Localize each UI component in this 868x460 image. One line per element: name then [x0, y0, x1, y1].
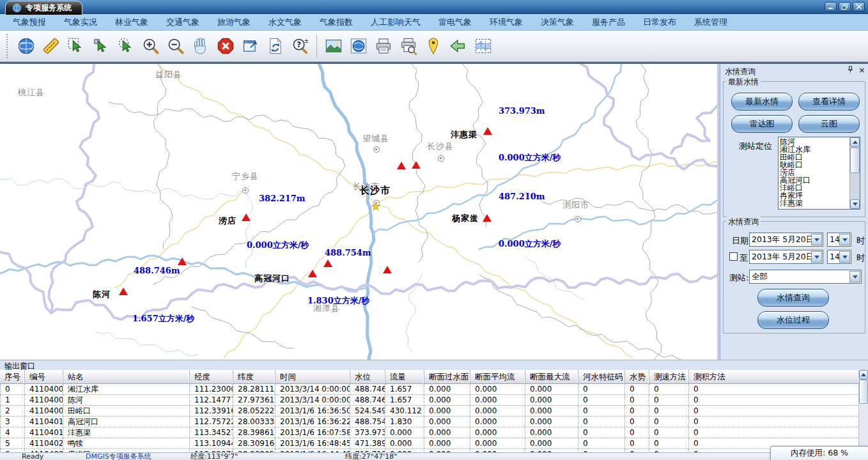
header-cell[interactable]: 测速方法 — [649, 370, 689, 383]
station-marker-icon[interactable] — [323, 259, 332, 267]
image-export-button[interactable] — [323, 34, 344, 57]
station-value-label: 488.754m — [325, 248, 371, 257]
header-cell[interactable]: 断面过水面 — [424, 370, 470, 383]
menu-item[interactable]: 旅游气象 — [208, 14, 260, 30]
menu-item[interactable]: 交通气象 — [157, 14, 208, 30]
station-marker-icon[interactable] — [383, 266, 392, 273]
locate-pin-button[interactable] — [422, 34, 444, 57]
table-row[interactable]: 041104002湘江水库111.23000028.2811112013/3/1… — [0, 384, 859, 395]
cloud-image-button[interactable]: 云图 — [798, 115, 860, 133]
measure-button[interactable] — [40, 34, 61, 57]
menu-item[interactable]: 水文气象 — [260, 14, 311, 30]
menu-item[interactable]: 气象指数 — [311, 14, 362, 30]
print-button[interactable] — [373, 34, 394, 57]
select-lasso-button[interactable] — [65, 34, 86, 57]
header-cell[interactable]: 水势 — [625, 370, 649, 383]
restore-button[interactable] — [839, 2, 851, 12]
menu-item[interactable]: 日常发布 — [634, 14, 685, 30]
map-overview-button[interactable] — [472, 34, 493, 57]
chevron-down-icon[interactable] — [839, 251, 850, 263]
header-cell[interactable]: 水位 — [350, 370, 385, 383]
menu-item[interactable]: 环境气象 — [481, 14, 532, 30]
header-cell[interactable]: 断面最大流 — [525, 370, 578, 383]
zoom-out-button[interactable] — [165, 34, 186, 57]
hour-select-end[interactable]: 14 — [827, 250, 851, 264]
refresh-button[interactable] — [265, 34, 286, 57]
table-row[interactable]: 241104004田峪口112.33916728.0522222013/1/6 … — [0, 406, 859, 417]
station-marker-icon[interactable] — [242, 213, 251, 221]
station-marker-icon[interactable] — [397, 162, 406, 169]
listbox-scrollbar[interactable] — [849, 137, 860, 209]
panel-close-icon[interactable]: × — [858, 67, 865, 73]
header-cell[interactable]: 纬度 — [233, 370, 275, 383]
world-view-button[interactable] — [348, 34, 369, 57]
station-marker-icon[interactable] — [412, 161, 421, 169]
table-row[interactable]: 341104010高冠河口112.75722228.0033332013/1/6… — [0, 417, 859, 427]
water-level-process-button[interactable]: 水位过程 — [757, 311, 829, 329]
minimize-button[interactable] — [825, 2, 837, 12]
menu-item[interactable]: 决策气象 — [532, 14, 583, 30]
identify-button[interactable]: ?± — [290, 34, 311, 57]
station-marker-icon[interactable] — [308, 270, 317, 277]
hour-select[interactable]: 14 — [827, 233, 851, 247]
menu-item[interactable]: 服务产品 — [583, 14, 634, 30]
scroll-up-icon[interactable] — [859, 370, 868, 379]
header-cell[interactable]: 断面平均流 — [470, 370, 525, 383]
menu-item[interactable]: 雷电气象 — [430, 14, 481, 30]
header-cell[interactable]: 序号 — [0, 370, 25, 383]
date-select[interactable]: 2013年 5月20日 — [749, 233, 823, 247]
table-row[interactable]: 541104022鸣犊113.10944428.3091672013/1/6 1… — [0, 438, 859, 449]
station-marker-icon[interactable] — [483, 127, 492, 135]
chevron-down-icon[interactable] — [839, 234, 850, 245]
station-marker-icon[interactable] — [483, 214, 492, 222]
chevron-down-icon[interactable] — [811, 251, 822, 263]
station-listbox[interactable]: 陈河湘江水库田峪口耿峪口涝店高冠河口沣峪口冉家坪沣惠渠 — [778, 137, 860, 210]
close-button[interactable] — [853, 2, 865, 12]
scroll-up-icon[interactable] — [850, 137, 860, 147]
header-cell[interactable]: 河水特征码 — [578, 370, 625, 383]
export-map-button[interactable] — [240, 34, 261, 57]
station-select[interactable]: 全部 — [749, 270, 862, 284]
print-preview-button[interactable] — [398, 34, 419, 57]
header-cell[interactable]: 时间 — [275, 370, 350, 383]
table-row[interactable]: 141104002陈河112.14777827.9736112013/3/14 … — [0, 395, 859, 406]
scrollbar-thumb[interactable] — [850, 148, 860, 173]
pin-icon[interactable] — [847, 66, 853, 75]
scrollbar-thumb[interactable] — [859, 379, 868, 404]
back-button[interactable] — [447, 34, 469, 57]
header-cell[interactable]: 流量 — [385, 370, 424, 383]
date-select-end[interactable]: 2013年 5月20日 — [749, 250, 823, 264]
chevron-down-icon[interactable] — [811, 234, 822, 245]
pan-button[interactable] — [190, 34, 211, 57]
header-cell[interactable]: 测积方法 — [689, 370, 859, 383]
map-panel[interactable]: 益阳县桃江县宁乡县望城县长沙县长沙市浏阳市湘潭县沣惠渠涝店杨家蚩高冠河口陈河长沙… — [0, 64, 717, 360]
to-checkbox[interactable] — [729, 252, 738, 261]
city-marker-icon — [438, 155, 444, 162]
table-cell: 0.000 — [424, 395, 470, 405]
view-details-button[interactable]: 查看详情 — [798, 93, 860, 111]
latest-water-button[interactable]: 最新水情 — [731, 93, 793, 111]
table-row[interactable]: 441104017沣惠渠113.34527828.3986112013/1/6 … — [0, 427, 859, 438]
scroll-down-icon[interactable] — [850, 199, 860, 209]
menu-item[interactable]: 气象预报 — [4, 14, 55, 30]
chevron-down-icon[interactable] — [849, 271, 860, 282]
menu-item[interactable]: 人工影响天气 — [362, 14, 430, 30]
menu-item[interactable]: 系统管理 — [685, 14, 736, 30]
select-cursor-button[interactable] — [90, 34, 111, 57]
header-cell[interactable]: 编号 — [25, 370, 63, 383]
table-cell: 0.000 — [470, 417, 525, 427]
globe-button[interactable] — [15, 34, 36, 57]
table-scrollbar[interactable] — [858, 370, 868, 452]
zoom-in-button[interactable] — [140, 34, 161, 57]
station-marker-icon[interactable] — [178, 257, 187, 265]
water-query-button[interactable]: 水情查询 — [757, 289, 829, 307]
header-cell[interactable]: 经度 — [190, 370, 233, 383]
menu-item[interactable]: 林业气象 — [106, 14, 157, 30]
stop-button[interactable] — [215, 34, 236, 57]
radar-image-button[interactable]: 雷达图 — [731, 115, 793, 133]
station-list-item[interactable]: 沣惠渠 — [779, 199, 849, 207]
select-circle-button[interactable] — [115, 34, 136, 57]
header-cell[interactable]: 站名 — [63, 370, 190, 383]
menu-item[interactable]: 气象实况 — [55, 14, 106, 30]
station-marker-icon[interactable] — [119, 288, 128, 295]
